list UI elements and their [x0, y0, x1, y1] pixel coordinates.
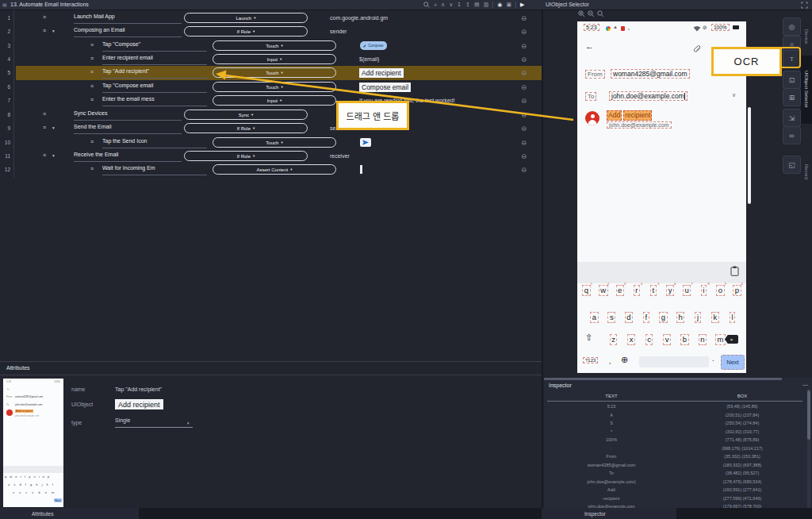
panel-layout-icon[interactable]: ▤ — [474, 2, 480, 8]
inspector-row[interactable]: A(200,51) (237,84) — [544, 413, 812, 421]
inspector-row[interactable]: 100%(771,48) (875,89) — [544, 437, 812, 446]
screenshot-thumbnail[interactable]: 5:23 100% ← From woman4285@gmail.com To … — [3, 379, 63, 507]
action-dropdown[interactable]: Touch▾ — [213, 137, 336, 148]
remove-step-icon[interactable]: ⊖ — [521, 125, 527, 133]
panel-divider[interactable] — [542, 10, 543, 508]
key-x[interactable]: x — [626, 333, 638, 346]
tab-device[interactable]: Device — [801, 21, 812, 52]
key-m[interactable]: m — [714, 333, 726, 346]
key-t[interactable]: t5 — [647, 284, 659, 297]
step-name[interactable]: Wait for Incoming Em — [102, 165, 207, 175]
inspector-row[interactable]: recipient(277,599) (471,646) — [544, 496, 812, 505]
search-icon[interactable] — [423, 2, 430, 8]
record-icon[interactable]: ◉ — [497, 2, 502, 8]
action-dropdown[interactable]: Sync▾ — [184, 110, 308, 120]
key-n[interactable]: n — [697, 333, 709, 346]
drag-handle-icon[interactable]: ≡ — [90, 42, 94, 48]
inspector-row[interactable]: 5:23(59,48) (145,89) — [544, 404, 812, 413]
tab-attributes[interactable]: Attributes — [0, 508, 139, 519]
tab-inspector[interactable]: Inspector — [542, 508, 676, 519]
inspector-row[interactable]: john.doe@example.com)(178,479) (680,534) — [544, 479, 812, 488]
step-value[interactable]: $(email) — [359, 56, 379, 62]
step-row-8[interactable]: 8 ≡ Sync Devices Sync▾ ⊖ — [0, 108, 542, 121]
step-name[interactable]: Send the Email — [74, 124, 182, 134]
back-arrow-icon[interactable]: ← — [585, 41, 594, 51]
step-name[interactable]: Composing an Email — [74, 27, 182, 37]
remove-step-icon[interactable]: ⊖ — [521, 69, 527, 77]
step-row-11[interactable]: 11 ≡ ▾ Receive the Email If Role▾ receiv… — [0, 149, 542, 163]
import-icon[interactable]: ↧ — [457, 2, 462, 8]
key-e[interactable]: e3 — [614, 284, 626, 297]
step-row-3[interactable]: 3 ≡ Tap "Compose" Touch▾ Compose ⊖ — [0, 39, 542, 52]
type-dropdown[interactable]: Single — [115, 417, 193, 428]
from-value[interactable]: woman4285@gmail.com — [611, 69, 690, 79]
drag-handle-icon[interactable]: ≡ — [43, 111, 46, 117]
period-key[interactable]: . — [712, 355, 714, 363]
collapse-icon[interactable]: ▾ — [52, 125, 55, 130]
backspace-key[interactable]: × — [725, 335, 738, 344]
step-row-1[interactable]: 1 ≡ Launch Mail App Launch▾ com.google.a… — [0, 11, 542, 25]
key-r[interactable]: r4 — [630, 284, 642, 297]
save-icon[interactable]: ▣ — [506, 2, 511, 8]
remove-step-icon[interactable]: ⊖ — [521, 97, 527, 105]
image-region-icon[interactable]: ⊡ — [783, 71, 801, 89]
key-u[interactable]: u7 — [681, 284, 693, 297]
inspector-row[interactable]: woman4285@gmail.com(180,332) (697,388) — [544, 463, 812, 471]
collapse-icon[interactable]: ▾ — [52, 153, 55, 158]
step-row-12[interactable]: 12 ≡ Wait for Incoming Em Assert Content… — [0, 163, 542, 176]
caret-down-icon[interactable]: ▾ — [187, 421, 190, 425]
drag-handle-icon[interactable]: ≡ — [43, 14, 46, 20]
step-row-4[interactable]: 4 ≡ Enter recipient email Input▾ $(email… — [0, 52, 542, 66]
space-key[interactable] — [639, 356, 709, 367]
globe-key[interactable]: ⊕ — [621, 355, 628, 365]
tab-record[interactable]: Record — [801, 156, 812, 189]
uiobject-value-box[interactable]: Add recipient — [359, 68, 404, 78]
inspector-row[interactable]: To(38,482) (95,527) — [544, 471, 812, 479]
drag-handle-icon[interactable]: ≡ — [90, 69, 94, 75]
step-value[interactable]: com.google.android.gm — [330, 15, 388, 21]
move-down-icon[interactable]: ∨ — [449, 2, 453, 8]
grid-select-icon[interactable]: ⊞ — [783, 88, 801, 106]
drag-handle-icon[interactable]: ≡ — [43, 125, 46, 130]
drag-handle-icon[interactable]: ≡ — [90, 139, 94, 144]
region-select-icon[interactable]: ◱ — [783, 156, 801, 174]
to-dropdown-chevron-icon[interactable]: ∨ — [732, 92, 736, 98]
step-value[interactable]: sender — [330, 29, 347, 34]
remove-step-icon[interactable]: ⊖ — [521, 56, 527, 63]
step-name[interactable]: Tap the Send Icon — [102, 138, 207, 148]
key-y[interactable]: y6 — [665, 284, 676, 297]
key-k[interactable]: k — [709, 311, 721, 324]
key-w[interactable]: w2 — [597, 284, 609, 297]
symbols-key[interactable]: ?123 — [583, 357, 598, 363]
scrollbar-thumb[interactable] — [807, 390, 810, 440]
remove-step-icon[interactable]: ⊖ — [521, 83, 527, 91]
to-value[interactable]: john.doe@example.com — [609, 91, 688, 101]
inspector-row[interactable]: :(998,176) (1014,217) — [544, 446, 812, 455]
compose-button-snippet[interactable]: Compose — [360, 41, 387, 50]
key-f[interactable]: f — [640, 311, 652, 324]
panel-layout-2-icon[interactable]: ▥ — [484, 2, 489, 8]
step-row-9[interactable]: 9 ≡ ▾ Send the Email If Role▾ sender ⊖ — [0, 121, 542, 135]
key-v[interactable]: v — [661, 333, 673, 346]
step-name[interactable]: Enter the email mess — [102, 96, 207, 106]
action-dropdown[interactable]: If Role▾ — [184, 151, 308, 161]
action-dropdown[interactable]: Touch▾ — [213, 82, 336, 92]
action-dropdown[interactable]: Touch▾ — [213, 67, 336, 78]
expand-panel-icon[interactable] — [801, 2, 808, 9]
suggestion-email[interactable]: john.doe@example.com — [607, 121, 672, 129]
zoom-in-icon[interactable] — [578, 10, 585, 17]
key-j[interactable]: j — [692, 311, 704, 324]
step-row-10[interactable]: 10 ≡ Tap the Send Icon Touch▾ ⊖ — [0, 136, 542, 149]
key-l[interactable]: l — [726, 311, 738, 324]
drag-handle-icon[interactable]: ≡ — [43, 28, 46, 33]
drag-handle-icon[interactable]: ≡ — [90, 97, 94, 102]
resize-region-icon[interactable]: ⇲ — [783, 109, 801, 127]
drag-handle-icon[interactable]: ≡ — [43, 152, 46, 158]
remove-step-icon[interactable]: ⊖ — [521, 166, 527, 174]
step-name[interactable]: Tap "Compose email — [102, 83, 207, 93]
action-dropdown[interactable]: If Role▾ — [184, 26, 308, 37]
step-name[interactable]: Launch Mail App — [74, 13, 182, 24]
step-name[interactable]: Tap "Add recipient" — [102, 68, 207, 79]
action-dropdown[interactable]: Touch▾ — [213, 40, 336, 51]
key-q[interactable]: q1 — [580, 284, 592, 297]
